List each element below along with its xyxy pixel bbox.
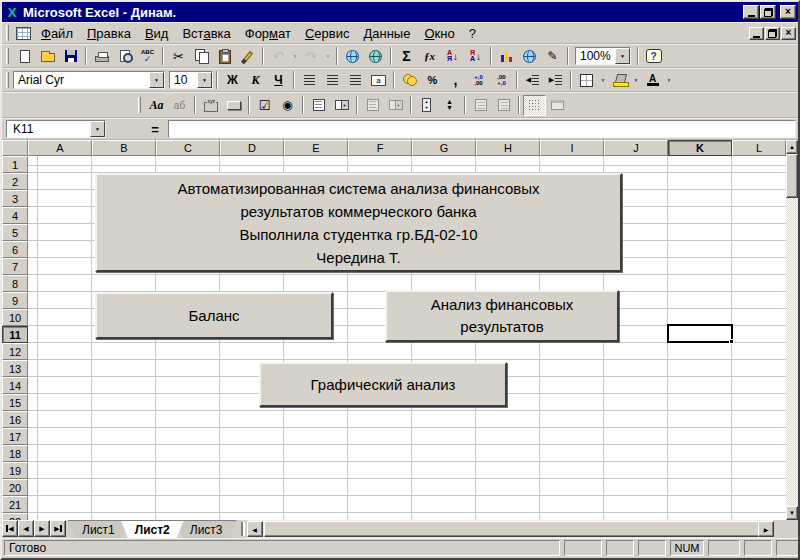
web-toolbar-button[interactable] <box>364 46 387 67</box>
redo-dropdown[interactable]: ▼ <box>323 46 333 67</box>
form-editbox-button[interactable]: аб <box>168 95 191 116</box>
title-info-button[interactable]: Автоматизированная система анализа финан… <box>95 173 622 272</box>
increase-decimal-button[interactable]: +,0,00 <box>467 70 490 91</box>
drawing-button[interactable]: ✎ <box>541 46 564 67</box>
decrease-decimal-button[interactable]: ,00+,0 <box>490 70 513 91</box>
toolbar-grip[interactable] <box>6 25 9 41</box>
vertical-scroll-thumb[interactable] <box>786 154 798 198</box>
form-combo-dropdown-edit-button[interactable] <box>384 95 407 116</box>
financial-analysis-button[interactable]: Анализ финансовых результатов <box>385 290 619 342</box>
column-header[interactable]: H <box>476 140 540 156</box>
paste-function-button[interactable]: ƒx <box>418 46 441 67</box>
menu-item[interactable]: Файл <box>34 24 80 43</box>
column-header[interactable]: G <box>412 140 476 156</box>
form-groupbox-button[interactable] <box>199 95 222 116</box>
minimize-button[interactable] <box>743 5 759 19</box>
row-header[interactable]: 17 <box>2 428 28 445</box>
scroll-down-button[interactable]: ▼ <box>786 506 798 520</box>
row-header[interactable]: 16 <box>2 411 28 428</box>
restore-button[interactable] <box>760 5 776 19</box>
row-header[interactable]: 15 <box>2 394 28 411</box>
row-header[interactable]: 1 <box>2 156 28 173</box>
row-header[interactable]: 21 <box>2 496 28 513</box>
bold-button[interactable]: Ж <box>221 70 244 91</box>
row-header[interactable]: 13 <box>2 360 28 377</box>
menu-item[interactable]: ? <box>462 24 483 43</box>
workbook-restore-button[interactable] <box>765 27 780 40</box>
fill-color-button[interactable] <box>608 70 631 91</box>
dropdown-arrow-icon[interactable]: ▼ <box>197 72 212 88</box>
autosum-button[interactable]: Σ <box>395 46 418 67</box>
chart-wizard-button[interactable] <box>495 46 518 67</box>
menu-item[interactable]: Сервис <box>298 24 357 43</box>
row-header[interactable]: 10 <box>2 309 28 326</box>
cut-button[interactable]: ✂ <box>167 46 190 67</box>
zoom-combo[interactable]: 100%▼ <box>575 47 631 65</box>
column-header[interactable]: D <box>220 140 284 156</box>
column-header[interactable]: I <box>540 140 604 156</box>
form-option-button[interactable]: ◉ <box>276 95 299 116</box>
column-header[interactable]: K <box>668 140 732 156</box>
menu-item[interactable]: Данные <box>356 24 417 43</box>
last-sheet-button[interactable]: ▶ <box>50 520 66 537</box>
horizontal-scroll-thumb[interactable] <box>264 521 764 537</box>
horizontal-scrollbar[interactable]: ◀ ▶ <box>247 520 774 538</box>
form-combo-list-edit-button[interactable] <box>361 95 384 116</box>
menu-item[interactable]: Формат <box>238 24 298 43</box>
font-size-combo[interactable]: 10▼ <box>169 71 213 89</box>
row-header[interactable]: 14 <box>2 377 28 394</box>
align-center-button[interactable] <box>321 70 344 91</box>
column-header[interactable]: L <box>732 140 786 156</box>
sheet-tab[interactable]: Лист1 <box>68 520 129 538</box>
select-all-corner[interactable] <box>2 140 28 156</box>
column-header[interactable]: J <box>604 140 668 156</box>
scroll-up-button[interactable]: ▲ <box>786 140 798 154</box>
sort-descending-button[interactable]: ЯА↓ <box>464 46 487 67</box>
percent-style-button[interactable]: % <box>421 70 444 91</box>
row-header[interactable]: 11 <box>2 326 28 343</box>
name-box[interactable]: K11▼ <box>6 120 106 138</box>
graphic-analysis-button[interactable]: Графический анализ <box>259 362 507 407</box>
form-button-button[interactable] <box>222 95 245 116</box>
merge-center-button[interactable]: а <box>367 70 390 91</box>
undo-dropdown[interactable]: ▼ <box>290 46 300 67</box>
first-sheet-button[interactable]: ◀ <box>2 520 18 537</box>
dropdown-arrow-icon[interactable]: ▼ <box>615 48 630 64</box>
vertical-scrollbar[interactable]: ▲ ▼ <box>786 140 798 520</box>
decrease-indent-button[interactable]: ◀ <box>521 70 544 91</box>
toggle-grid-button[interactable] <box>523 95 546 116</box>
workbook-icon[interactable] <box>16 27 31 40</box>
form-label-button[interactable]: Aa <box>145 95 168 116</box>
control-properties-button[interactable] <box>469 95 492 116</box>
row-header[interactable]: 7 <box>2 258 28 275</box>
workbook-minimize-button[interactable] <box>749 27 764 40</box>
menu-item[interactable]: Правка <box>80 24 138 43</box>
next-sheet-button[interactable]: ▶ <box>34 520 50 537</box>
undo-button[interactable]: ↶ <box>267 46 290 67</box>
row-header[interactable]: 5 <box>2 224 28 241</box>
spelling-button[interactable]: ABC✓ <box>136 46 159 67</box>
row-header[interactable]: 2 <box>2 173 28 190</box>
toolbar-grip[interactable] <box>138 97 141 113</box>
font-name-combo[interactable]: Arial Cyr▼ <box>13 71 165 89</box>
menu-item[interactable]: Вид <box>138 24 176 43</box>
column-header[interactable]: E <box>284 140 348 156</box>
row-header[interactable]: 6 <box>2 241 28 258</box>
tab-split-handle[interactable] <box>241 522 245 536</box>
underline-button[interactable]: Ч <box>267 70 290 91</box>
row-header[interactable]: 19 <box>2 462 28 479</box>
align-right-button[interactable] <box>344 70 367 91</box>
print-button[interactable] <box>90 46 113 67</box>
menu-item[interactable]: Окно <box>417 24 461 43</box>
italic-button[interactable]: К <box>244 70 267 91</box>
form-scrollbar-button[interactable]: ▲▼ <box>415 95 438 116</box>
row-header[interactable]: 12 <box>2 343 28 360</box>
sheet-tab[interactable]: Лист2 <box>121 520 184 538</box>
paste-button[interactable] <box>213 46 236 67</box>
font-color-dropdown[interactable]: ▼ <box>664 70 674 91</box>
save-button[interactable] <box>59 46 82 67</box>
menu-item[interactable]: Вставка <box>175 24 237 43</box>
close-button[interactable]: × <box>780 5 796 19</box>
form-spinner-button[interactable]: ▲▼ <box>438 95 461 116</box>
column-header[interactable]: F <box>348 140 412 156</box>
